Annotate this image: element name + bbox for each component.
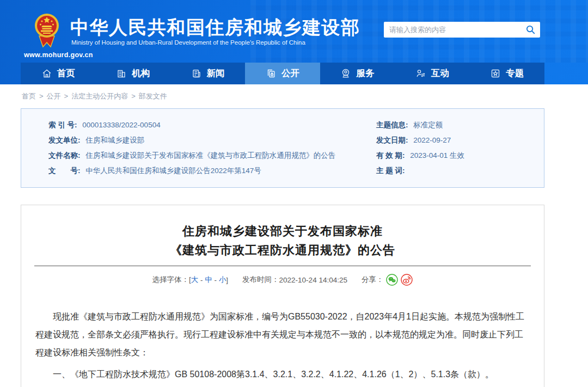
nav-item-interaction[interactable]: 互动	[395, 63, 469, 84]
breadcrumb-ministry-documents[interactable]: 部发文件	[139, 92, 167, 100]
organization-icon	[116, 68, 127, 79]
info-row-effective-date: 有 效 期: 2023-04-01 生效	[376, 148, 544, 163]
nav-item-label: 公开	[281, 67, 299, 79]
share-label: 分享：	[362, 275, 384, 285]
info-value: 2023-04-01 生效	[410, 151, 464, 159]
nav-item-organization[interactable]: 机构	[95, 63, 170, 84]
font-size-separator: -	[198, 276, 205, 284]
wechat-share-icon[interactable]	[386, 274, 398, 286]
nav-item-label: 专题	[506, 67, 524, 79]
info-label: 文件名称:	[48, 151, 81, 159]
title-divider	[34, 266, 531, 266]
info-value: 标准定额	[413, 121, 443, 129]
site-url: www.mohurd.gov.cn	[24, 51, 106, 59]
breadcrumb-disclosure[interactable]: 公开	[47, 92, 61, 100]
info-row-keywords: 主 题 词:	[376, 163, 544, 179]
font-size-label: 选择字体：[	[152, 275, 191, 285]
site-title-english: Ministry of Housing and Urban-Rural Deve…	[71, 39, 305, 46]
main-navigation: 首页 机构 新闻 公开	[21, 63, 544, 84]
info-label: 主 题 词:	[376, 167, 405, 175]
national-emblem-icon	[33, 11, 61, 50]
font-size-medium-button[interactable]: 中	[205, 275, 212, 285]
info-label: 索 引 号:	[48, 121, 77, 129]
info-label: 有 效 期:	[376, 151, 405, 159]
info-row-issue-date: 发文日期: 2022-09-27	[376, 133, 544, 148]
article-title-line1: 住房和城乡建设部关于发布国家标准	[34, 222, 531, 241]
article-body: 现批准《建筑与市政工程防水通用规范》为国家标准，编号为GB55030-2022，…	[34, 308, 531, 387]
nav-item-service[interactable]: 服务	[320, 63, 395, 84]
font-size-separator: -	[212, 276, 219, 284]
document-info-box: 索 引 号: 000013338/2022-00504 发文单位: 住房和城乡建…	[21, 108, 544, 188]
info-label: 发文日期:	[376, 136, 408, 144]
breadcrumb-separator: >	[131, 92, 136, 100]
service-icon	[340, 68, 351, 79]
info-row-document-number: 文 号: 中华人民共和国住房和城乡建设部公告2022年第147号	[48, 163, 376, 179]
info-label: 文 号:	[48, 167, 81, 175]
nav-item-news[interactable]: 新闻	[170, 63, 245, 84]
nav-item-label: 服务	[356, 67, 374, 79]
nav-item-label: 首页	[57, 67, 75, 79]
font-size-bracket: ]	[226, 276, 228, 284]
document-info-right-column: 主题信息: 标准定额 发文日期: 2022-09-27 有 效 期: 2023-…	[376, 118, 544, 179]
search-input[interactable]	[384, 26, 520, 34]
info-value: 000013338/2022-00504	[82, 121, 160, 129]
article-paragraph: 现批准《建筑与市政工程防水通用规范》为国家标准，编号为GB55030-2022，…	[35, 308, 530, 361]
font-size-large-button[interactable]: 大	[191, 275, 199, 285]
nav-item-topics[interactable]: 专题	[470, 63, 544, 84]
topics-icon	[490, 68, 501, 79]
article-paragraph: 一、《地下工程防水技术规范》GB 50108-2008第3.1.4、3.2.1、…	[35, 365, 530, 383]
document-info-left-column: 索 引 号: 000013338/2022-00504 发文单位: 住房和城乡建…	[21, 118, 376, 179]
disclosure-icon	[266, 68, 277, 79]
site-banner: www.mohurd.gov.cn 中华人民共和国住房和城乡建设部 Minist…	[0, 0, 588, 84]
breadcrumb: 首页>公开>法定主动公开内容>部发文件	[22, 91, 588, 101]
nav-item-label: 机构	[132, 67, 150, 79]
article-title-line2: 《建筑与市政工程防水通用规范》的公告	[34, 241, 531, 260]
nav-item-label: 新闻	[207, 67, 225, 79]
info-value: 住房和城乡建设部	[85, 136, 144, 144]
nav-item-home[interactable]: 首页	[21, 63, 95, 84]
search-icon	[526, 25, 535, 34]
publish-time-label: 发布时间：	[242, 275, 279, 285]
publish-time-value: 2022-10-24 14:04:25	[279, 276, 347, 284]
info-value: 住房和城乡建设部关于发布国家标准《建筑与市政工程防水通用规范》的公告	[85, 151, 335, 159]
breadcrumb-statutory-disclosure[interactable]: 法定主动公开内容	[71, 92, 128, 100]
weibo-share-icon[interactable]	[401, 274, 413, 286]
breadcrumb-separator: >	[64, 92, 69, 100]
news-icon	[191, 68, 202, 79]
article-container: 住房和城乡建设部关于发布国家标准 《建筑与市政工程防水通用规范》的公告 选择字体…	[21, 205, 544, 387]
info-value: 2022-09-27	[413, 136, 451, 144]
article-title: 住房和城乡建设部关于发布国家标准 《建筑与市政工程防水通用规范》的公告	[34, 222, 531, 260]
font-size-small-button[interactable]: 小	[219, 275, 226, 285]
nav-item-label: 互动	[431, 67, 449, 79]
info-value: 中华人民共和国住房和城乡建设部公告2022年第147号	[85, 167, 261, 175]
breadcrumb-separator: >	[39, 92, 44, 100]
info-label: 发文单位:	[48, 136, 81, 144]
interaction-icon	[415, 68, 426, 79]
info-label: 主题信息:	[376, 121, 408, 129]
info-row-issuing-unit: 发文单位: 住房和城乡建设部	[48, 133, 376, 148]
site-title: 中华人民共和国住房和城乡建设部	[70, 15, 360, 40]
breadcrumb-home[interactable]: 首页	[22, 92, 36, 100]
search-box	[384, 22, 540, 38]
info-row-document-name: 文件名称: 住房和城乡建设部关于发布国家标准《建筑与市政工程防水通用规范》的公告	[48, 148, 376, 163]
nav-item-disclosure[interactable]: 公开	[245, 63, 320, 84]
home-icon	[41, 68, 52, 79]
info-row-index-number: 索 引 号: 000013338/2022-00504	[48, 118, 376, 133]
info-row-topic-info: 主题信息: 标准定额	[376, 118, 544, 133]
article-meta-row: 选择字体：[大 - 中 - 小] 发布时间：2022-10-24 14:04:2…	[34, 274, 531, 286]
search-button[interactable]	[520, 22, 540, 38]
